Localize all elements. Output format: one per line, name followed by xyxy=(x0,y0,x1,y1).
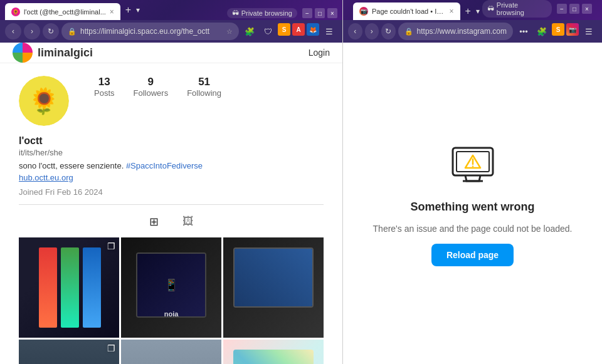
left-active-tab[interactable]: 🌻 l'octt (@the_octt@liminal... × xyxy=(5,3,120,21)
right-active-tab[interactable]: 📷 Page couldn't load • In... × xyxy=(353,3,460,20)
f-ext-icon[interactable]: 🦊 xyxy=(307,23,319,36)
gallery-item-2[interactable]: 📱 noia xyxy=(121,237,221,338)
error-title: Something went wrong xyxy=(411,200,535,214)
reload-page-button[interactable]: Reload page xyxy=(431,244,514,266)
tablet-screen: 📱 xyxy=(136,252,206,318)
extensions-button-left[interactable]: 🧩 xyxy=(241,23,258,39)
multi-image-icon-4: ❐ xyxy=(107,343,115,353)
a-ext-icon[interactable]: A xyxy=(292,23,305,36)
gallery-grid-tab[interactable]: ⊞ xyxy=(147,212,161,231)
right-browser: 📷 Page couldn't load • In... × + ▾ 🕶 Pri… xyxy=(343,0,602,364)
lim-logo-text: liminalgici xyxy=(38,46,93,60)
forward-button-left[interactable]: › xyxy=(24,23,40,39)
menu-button-right[interactable]: ☰ xyxy=(581,23,597,39)
reload-button-left[interactable]: ↻ xyxy=(43,23,59,39)
more-button-right[interactable]: ••• xyxy=(515,23,532,39)
lock-icon-right: 🔒 xyxy=(404,28,413,36)
left-title-bar: 🌻 l'octt (@the_octt@liminal... × + ▾ 🕶 P… xyxy=(0,0,342,20)
following-count: 51 xyxy=(198,76,210,88)
svg-point-4 xyxy=(472,165,473,167)
reload-button-right[interactable]: ↻ xyxy=(381,23,396,39)
ticket-strip-3 xyxy=(83,247,101,328)
minimize-button-left[interactable]: − xyxy=(302,8,312,18)
window-controls-left: − □ × xyxy=(302,8,337,18)
right-tab-close[interactable]: × xyxy=(449,7,453,16)
error-description: There's an issue and the page could not … xyxy=(373,224,573,234)
profile-section: 🌻 13 Posts 9 Followers xyxy=(0,63,342,364)
back-button-right[interactable]: ‹ xyxy=(348,23,362,39)
gallery-image-5: 🚦 xyxy=(121,340,221,364)
bio-text: sono l'octt, essere senziente. xyxy=(19,161,124,170)
login-button[interactable]: Login xyxy=(309,48,330,58)
noia-label: noia xyxy=(164,310,179,318)
stat-followers: 9 Followers xyxy=(134,76,169,98)
shield-icon-left[interactable]: 🛡 xyxy=(260,23,276,39)
followers-count: 9 xyxy=(148,76,154,88)
laptop-screen xyxy=(233,247,314,308)
bookmark-star-icon[interactable]: ☆ xyxy=(226,28,233,36)
gallery-grid: ❐ 📱 noia xyxy=(19,237,324,364)
url-icons-left: ☆ xyxy=(226,28,233,36)
right-new-tab-button[interactable]: + xyxy=(465,6,471,17)
profile-stats: 13 Posts 9 Followers 51 Following xyxy=(94,76,221,98)
ig-ext-icon[interactable]: 📷 xyxy=(566,23,579,36)
s-ext-icon[interactable]: S xyxy=(278,23,290,36)
instagram-error-page: Something went wrong There's an issue an… xyxy=(343,43,602,364)
url-bar-left[interactable]: 🔒 https://liminalgici.spacc.eu.org/the_o… xyxy=(61,23,239,40)
avatar-image: 🌻 xyxy=(19,76,69,126)
gallery-image-2: 📱 noia xyxy=(121,237,221,338)
followers-label: Followers xyxy=(134,88,169,98)
private-browsing-badge-right: 🕶 Private browsing xyxy=(482,0,552,18)
gallery-item-1[interactable]: ❐ xyxy=(19,237,119,338)
lim-header: liminalgici Login xyxy=(0,43,342,63)
private-browsing-badge-left: 🕶 Private browsing xyxy=(227,8,297,18)
liminalgici-page: liminalgici Login 🌻 13 Posts xyxy=(0,43,342,364)
maximize-button-right[interactable]: □ xyxy=(569,4,579,14)
right-tab-favicon: 📷 xyxy=(359,7,368,16)
left-page-content: liminalgici Login 🌻 13 Posts xyxy=(0,43,342,364)
close-button-right[interactable]: × xyxy=(582,4,592,14)
gallery-image-1: ❐ xyxy=(19,237,119,338)
gallery-item-4[interactable]: 🚌 ❐ xyxy=(19,340,119,364)
extensions-button-right[interactable]: 🧩 xyxy=(534,23,550,39)
right-nav-icons: ••• 🧩 S 📷 ☰ xyxy=(515,23,597,39)
avatar: 🌻 xyxy=(19,76,69,126)
right-title-bar: 📷 Page couldn't load • In... × + ▾ 🕶 Pri… xyxy=(343,0,602,20)
stat-posts: 13 Posts xyxy=(94,76,115,98)
url-bar-right[interactable]: 🔒 https://www.instagram.com xyxy=(398,23,513,40)
window-controls-right: − □ × xyxy=(557,4,592,14)
gallery-item-6[interactable]: 🎨 xyxy=(223,340,324,364)
lim-logo: liminalgici xyxy=(13,43,93,63)
left-tab-close[interactable]: × xyxy=(110,8,114,16)
back-button-left[interactable]: ‹ xyxy=(5,23,21,39)
right-tab-overflow[interactable]: ▾ xyxy=(476,7,480,16)
gallery-media-tab[interactable]: 🖼 xyxy=(180,212,196,231)
lock-icon-left: 🔒 xyxy=(68,28,77,36)
error-icon xyxy=(448,140,498,190)
minimize-button-right[interactable]: − xyxy=(557,4,567,14)
stat-following: 51 Following xyxy=(187,76,221,98)
s-ext-icon-right[interactable]: S xyxy=(552,23,564,36)
left-nav-icons: 🧩 🛡 S A 🦊 ☰ xyxy=(241,23,337,39)
profile-divider xyxy=(19,204,324,205)
profile-link[interactable]: hub.octt.eu.org xyxy=(19,173,324,182)
profile-info: l'octt it/its/her/she sono l'octt, esser… xyxy=(19,135,324,197)
tab-overflow-button[interactable]: ▾ xyxy=(136,6,140,14)
ticket-strip-2 xyxy=(61,247,79,328)
gallery-image-3 xyxy=(223,237,324,338)
menu-button-left[interactable]: ☰ xyxy=(321,23,337,39)
maximize-button-left[interactable]: □ xyxy=(315,8,325,18)
new-tab-button[interactable]: + xyxy=(125,4,131,16)
left-tab-label: l'octt (@the_octt@liminal... xyxy=(24,8,106,16)
laptop-screen-inner xyxy=(235,249,312,306)
forward-button-right[interactable]: › xyxy=(365,23,379,39)
gallery-item-3[interactable] xyxy=(223,237,324,338)
lim-logo-icon xyxy=(13,43,33,63)
close-button-left[interactable]: × xyxy=(327,8,337,18)
private-browsing-label-left: Private browsing xyxy=(241,9,292,17)
gallery-item-5[interactable]: 🚦 xyxy=(121,340,221,364)
bio-hashtag[interactable]: #SpaccIntoFediverse xyxy=(126,161,203,170)
profile-top: 🌻 13 Posts 9 Followers xyxy=(19,76,324,126)
private-browsing-label-right: Private browsing xyxy=(497,1,547,16)
posts-label: Posts xyxy=(94,88,115,98)
